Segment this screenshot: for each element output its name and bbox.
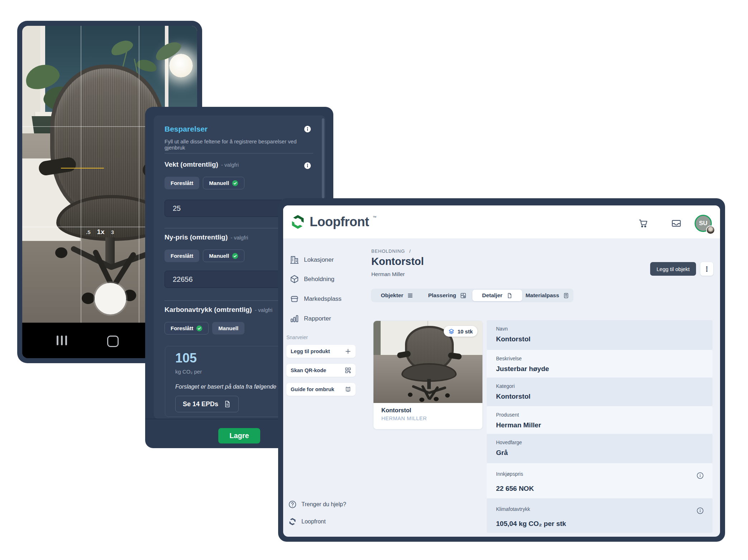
product-brand: HERMAN MILLER — [381, 416, 427, 421]
chair-caster — [82, 293, 95, 304]
photo-chair-cylinder — [427, 379, 431, 389]
see-epds-button[interactable]: Se 14 EPDs — [175, 396, 239, 412]
app-topbar: Loopfront ™ SU — [283, 205, 720, 238]
form-scrollbar[interactable] — [322, 118, 324, 198]
product-photo: 10 stk — [373, 321, 482, 403]
sidebar-section-snarveier: Snarveier — [286, 334, 308, 340]
sidebar-help-link[interactable]: Trenger du hjelp? — [288, 500, 346, 509]
floorplan-icon — [460, 293, 466, 299]
home-icon[interactable] — [107, 336, 119, 347]
document-icon — [506, 293, 513, 299]
inbox-icon[interactable] — [671, 218, 682, 229]
document-icon — [223, 400, 231, 408]
desktop-app-card: Loopfront ™ SU Lokasjoner — [278, 198, 725, 542]
field-nypris-label: Ny-pris (omtrentlig)- valgfri — [165, 233, 248, 241]
detail-row-produsent: Produsent Herman Miller — [487, 406, 713, 434]
save-button[interactable]: Lagre — [218, 428, 260, 443]
info-icon[interactable] — [696, 507, 704, 514]
screenshot-canvas: .5 1x 3 Besparelser Fyll ut alle disse f… — [0, 0, 748, 560]
product-name: Kontorstol — [381, 407, 411, 414]
sidebar-item-beholdning[interactable]: Beholdning — [290, 274, 334, 284]
window-mullion — [165, 26, 168, 112]
sidebar-item-markedsplass[interactable]: Markedsplass — [290, 294, 342, 304]
avatar-photo-badge — [706, 226, 715, 234]
grid-line — [81, 26, 81, 323]
product-card[interactable]: 10 stk Kontorstol HERMAN MILLER — [373, 321, 483, 430]
detail-tabs: Objekter Plassering Detaljer Materialpas… — [371, 289, 573, 302]
divider — [165, 153, 313, 153]
field-karbon-mode-toggle: Foreslått Manuell — [165, 322, 244, 334]
building-icon — [290, 255, 299, 265]
form-title: Besparelser — [165, 125, 208, 133]
foreslatt-button[interactable]: Foreslått — [165, 177, 199, 189]
field-nypris-mode-toggle: Foreslått Manuell — [165, 250, 244, 262]
info-icon[interactable] — [304, 125, 311, 133]
camera-zoom-selector[interactable]: .5 1x 3 — [86, 227, 136, 237]
foreslatt-button[interactable]: Foreslått — [165, 250, 199, 262]
info-icon[interactable] — [304, 162, 311, 169]
brand-name: Loopfront — [310, 214, 369, 230]
field-vekt-mode-toggle: Foreslått Manuell — [165, 177, 244, 189]
sidebar-loopfront-link[interactable]: Loopfront — [288, 517, 326, 526]
layers-icon — [448, 328, 454, 334]
detail-row-navn: Navn Kontorstol — [487, 320, 713, 350]
tab-materialpass[interactable]: Materialpass — [522, 290, 572, 301]
foreslatt-button[interactable]: Foreslått — [165, 322, 209, 334]
cart-icon[interactable] — [638, 218, 649, 229]
detail-row-klimafotavtrykk: Klimafotavtrykk 105,04 kg CO₂ per stk — [487, 498, 713, 533]
list-icon — [407, 293, 413, 299]
grid-line — [139, 26, 139, 323]
tab-detaljer[interactable]: Detaljer — [472, 290, 523, 301]
book-icon — [345, 386, 351, 393]
quantity-badge: 10 stk — [444, 326, 477, 337]
carbon-unit: kg CO₂ per — [175, 369, 202, 375]
zoom-option-1x[interactable]: 1x — [97, 228, 105, 236]
trademark: ™ — [372, 215, 376, 219]
kebab-menu-button[interactable]: ⋮ — [700, 262, 713, 276]
tab-objekter[interactable]: Objekter — [372, 290, 422, 301]
shutter-button[interactable] — [95, 283, 126, 314]
detail-row-innkjopspris: Innkjøpspris 22 656 NOK — [487, 463, 713, 498]
breadcrumb[interactable]: BEHOLDNING / — [371, 248, 411, 254]
shortcut-guide-for-ombruk[interactable]: Guide for ombruk — [286, 383, 356, 396]
shortcut-legg-til-produkt[interactable]: Legg til produkt — [286, 345, 356, 358]
form-subtitle: Fyll ut alle disse feltene for å registr… — [165, 138, 315, 151]
detail-row-beskrivelse: Beskrivelse Justerbar høyde — [487, 350, 713, 378]
sidebar-item-rapporter[interactable]: Rapporter — [290, 314, 331, 323]
info-icon[interactable] — [696, 472, 704, 479]
detail-row-kategori: Kategori Kontorstol — [487, 378, 713, 406]
zoom-option-3[interactable]: 3 — [111, 229, 114, 235]
loopfront-icon — [288, 517, 297, 526]
qr-icon — [345, 367, 351, 374]
manuell-button[interactable]: Manuell — [203, 177, 244, 189]
field-karbon-label: Karbonavtrykk (omtrentlig)- valgfri — [165, 306, 272, 314]
basket-icon — [290, 294, 299, 304]
question-circle-icon — [288, 500, 297, 509]
recents-icon[interactable] — [57, 336, 67, 345]
manuell-button[interactable]: Manuell — [203, 250, 244, 262]
field-vekt-label: Vekt (omtrentlig)- valgfri — [165, 161, 239, 169]
plus-icon — [345, 348, 351, 355]
sphere-lamp — [169, 54, 193, 77]
desktop-app: Loopfront ™ SU Lokasjoner — [283, 205, 720, 537]
add-object-button[interactable]: Legg til objekt — [650, 262, 696, 276]
pass-icon — [563, 293, 569, 299]
loopfront-logo-icon — [290, 214, 306, 230]
tab-plassering[interactable]: Plassering — [422, 290, 472, 301]
page-title: Kontorstol — [371, 256, 424, 267]
chair-caster — [55, 247, 67, 258]
focus-indicator-line — [61, 168, 104, 169]
bar-chart-icon — [290, 314, 299, 323]
detail-fields: Navn Kontorstol Beskrivelse Justerbar hø… — [487, 320, 713, 533]
photo-chair-caster — [434, 397, 439, 401]
shortcut-skan-qr-kode[interactable]: Skan QR-kode — [286, 364, 356, 377]
manuell-button[interactable]: Manuell — [212, 322, 244, 334]
photo-chair-caster — [445, 393, 450, 398]
sidebar-item-lokasjoner[interactable]: Lokasjoner — [290, 255, 334, 265]
zoom-option-05[interactable]: .5 — [86, 229, 91, 235]
box-icon — [290, 274, 299, 284]
photo-chair-caster — [419, 398, 424, 402]
photo-chair-caster — [408, 393, 413, 397]
loopfront-logo[interactable]: Loopfront ™ — [290, 214, 376, 230]
page-subtitle: Herman Miller — [371, 271, 405, 277]
